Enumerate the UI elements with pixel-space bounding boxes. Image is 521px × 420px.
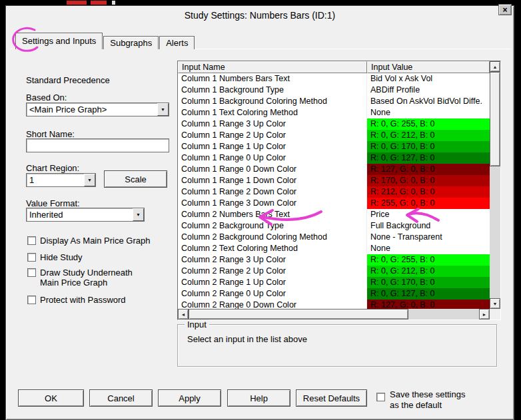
table-row[interactable]: Column 1 Range 0 Up ColorR: 0, G: 127, B…: [178, 152, 490, 164]
scroll-down-icon[interactable]: ▼: [490, 298, 500, 309]
checkbox-box[interactable]: [27, 236, 36, 245]
column-header-input-name[interactable]: Input Name: [178, 61, 367, 73]
screen: Study Settings: Numbers Bars (ID:1) × Se…: [0, 0, 521, 420]
input-name-cell: Column 1 Range 1 Down Color: [178, 175, 367, 186]
help-button[interactable]: Help: [227, 389, 290, 407]
tab-alerts[interactable]: Alerts: [159, 36, 195, 49]
input-value-cell: R: 0, G: 127, B: 0: [367, 288, 490, 300]
checkbox-save-settings-default[interactable]: [376, 392, 385, 401]
table-row[interactable]: Column 2 Background Coloring MethodNone …: [178, 232, 490, 243]
input-value-cell: R: 0, G: 255, B: 0: [367, 118, 490, 130]
input-name-cell: Column 2 Range 0 Down Color: [178, 300, 367, 309]
input-value-cell: None: [367, 107, 490, 118]
input-name-cell: Column 1 Range 0 Down Color: [178, 164, 367, 175]
ok-button[interactable]: OK: [18, 389, 84, 407]
value-format-dropdown[interactable]: Inherited ▼: [26, 208, 145, 222]
table-row[interactable]: Column 1 Background Coloring MethodBased…: [178, 96, 490, 107]
input-name-cell: Column 2 Text Coloring Method: [178, 243, 367, 254]
scrollbar-corner: [490, 309, 500, 319]
scroll-left-icon[interactable]: ◄: [178, 309, 189, 319]
input-value-cell: R: 170, G: 0, B: 0: [367, 175, 490, 186]
horizontal-scroll-thumb[interactable]: [189, 309, 408, 319]
based-on-dropdown[interactable]: <Main Price Graph> ▼: [26, 103, 169, 116]
cancel-button[interactable]: Cancel: [89, 389, 153, 407]
checkbox-label: Protect with Password: [40, 295, 126, 305]
scale-button[interactable]: Scale: [104, 170, 167, 188]
input-name-cell: Column 1 Range 1 Up Color: [178, 141, 367, 152]
dialog-title: Study Settings: Numbers Bars (ID:1): [6, 10, 514, 21]
chevron-down-icon[interactable]: ▼: [157, 103, 169, 116]
table-row[interactable]: Column 2 Range 1 Up ColorR: 0, G: 170, B…: [178, 277, 490, 288]
table-row[interactable]: Column 2 Background TypeFull Background: [178, 220, 490, 232]
value-format-value: Inherited: [27, 208, 133, 221]
reset-defaults-button[interactable]: Reset Defaults: [296, 389, 367, 407]
scroll-up-icon[interactable]: ▲: [490, 61, 500, 72]
input-value-cell: R: 0, G: 170, B: 0: [367, 277, 490, 288]
input-value-cell: ABDiff Profile: [367, 85, 490, 96]
inputs-table-header: Input Name Input Value: [178, 61, 490, 73]
input-value-cell: Based On AskVol BidVol Diffe.: [367, 96, 490, 107]
table-row[interactable]: Column 1 Range 3 Up ColorR: 0, G: 255, B…: [178, 118, 490, 130]
checkbox-protect-with-password[interactable]: Protect with Password: [27, 295, 126, 305]
checkbox-draw-study-underneath[interactable]: Draw Study Underneath Main Price Graph: [27, 268, 133, 288]
input-name-cell: Column 2 Range 3 Up Color: [178, 254, 367, 266]
table-row[interactable]: Column 1 Range 1 Down ColorR: 170, G: 0,…: [178, 175, 490, 186]
input-value-cell: R: 0, G: 255, B: 0: [367, 254, 490, 266]
value-format-label: Value Format:: [26, 198, 80, 208]
checkbox-display-as-main-price-graph[interactable]: Display As Main Price Graph: [27, 236, 150, 246]
vertical-scrollbar[interactable]: ▲ ▼: [490, 61, 500, 309]
short-name-input[interactable]: [26, 138, 169, 152]
input-value-cell: None - Transparent: [367, 232, 490, 243]
scroll-right-icon[interactable]: ►: [479, 309, 490, 319]
input-value-cell: R: 127, G: 0, B: 0: [367, 164, 490, 175]
inputs-table-rows: Column 1 Numbers Bars TextBid Vol x Ask …: [178, 73, 490, 309]
vertical-scroll-thumb[interactable]: [490, 72, 500, 166]
table-row[interactable]: Column 2 Range 3 Up ColorR: 0, G: 255, B…: [178, 254, 490, 266]
input-name-cell: Column 2 Background Coloring Method: [178, 232, 367, 243]
input-name-cell: Column 1 Range 2 Up Color: [178, 130, 367, 141]
input-name-cell: Column 1 Numbers Bars Text: [178, 73, 367, 85]
tab-subgraphs[interactable]: Subgraphs: [103, 36, 159, 49]
checkbox-box[interactable]: [27, 253, 36, 262]
chevron-down-icon[interactable]: ▼: [133, 208, 144, 221]
input-value-cell: Full Background: [367, 220, 490, 232]
standard-precedence-label: Standard Precedence: [26, 75, 110, 85]
table-row[interactable]: Column 1 Range 3 Down ColorR: 255, G: 0,…: [178, 198, 490, 209]
checkbox-label: Display As Main Price Graph: [40, 236, 150, 246]
table-row[interactable]: Column 2 Range 0 Up ColorR: 0, G: 127, B…: [178, 288, 490, 300]
horizontal-scrollbar[interactable]: ◄ ►: [178, 309, 490, 319]
checkbox-hide-study[interactable]: Hide Study: [27, 252, 83, 262]
table-row[interactable]: Column 2 Range 2 Up ColorR: 0, G: 212, B…: [178, 266, 490, 277]
input-value-cell: R: 0, G: 212, B: 0: [367, 130, 490, 141]
checkbox-box[interactable]: [27, 296, 36, 304]
input-value-cell: Bid Vol x Ask Vol: [367, 73, 490, 85]
column-header-input-value[interactable]: Input Value: [367, 61, 490, 73]
tab-settings-and-inputs[interactable]: Settings and Inputs: [15, 33, 103, 49]
table-row[interactable]: Column 1 Range 2 Down ColorR: 212, G: 0,…: [178, 186, 490, 198]
checkbox-box[interactable]: [376, 393, 385, 401]
checkbox-box[interactable]: [27, 268, 36, 277]
input-groupbox: Input Select an input in the list above: [177, 324, 497, 367]
apply-button[interactable]: Apply: [158, 389, 221, 407]
chevron-down-icon[interactable]: ▼: [84, 174, 95, 186]
top-strip-artifact: [91, 1, 107, 5]
table-row[interactable]: Column 1 Text Coloring MethodNone: [178, 107, 490, 118]
close-icon[interactable]: ×: [498, 4, 512, 15]
table-row[interactable]: Column 2 Text Coloring MethodNone: [178, 243, 490, 254]
table-row[interactable]: Column 1 Range 1 Up ColorR: 0, G: 170, B…: [178, 141, 490, 152]
table-row[interactable]: Column 2 Numbers Bars TextPrice: [178, 209, 490, 220]
table-row[interactable]: Column 1 Background TypeABDiff Profile: [178, 85, 490, 96]
input-value-cell: R: 0, G: 212, B: 0: [367, 266, 490, 277]
table-row[interactable]: Column 1 Range 0 Down ColorR: 127, G: 0,…: [178, 164, 490, 175]
table-row[interactable]: Column 1 Range 2 Up ColorR: 0, G: 212, B…: [178, 130, 490, 141]
input-name-cell: Column 2 Numbers Bars Text: [178, 209, 367, 220]
input-name-cell: Column 1 Range 3 Down Color: [178, 198, 367, 209]
input-name-cell: Column 1 Range 0 Up Color: [178, 152, 367, 164]
input-name-cell: Column 2 Range 2 Up Color: [178, 266, 367, 277]
input-group-label: Input: [185, 319, 209, 329]
table-row[interactable]: Column 1 Numbers Bars TextBid Vol x Ask …: [178, 73, 490, 85]
top-strip-artifact: [112, 1, 115, 5]
input-name-cell: Column 1 Range 2 Down Color: [178, 186, 367, 198]
chart-region-dropdown[interactable]: 1 ▼: [26, 173, 96, 187]
table-row[interactable]: Column 2 Range 0 Down ColorR: 127, G: 0,…: [178, 300, 490, 309]
